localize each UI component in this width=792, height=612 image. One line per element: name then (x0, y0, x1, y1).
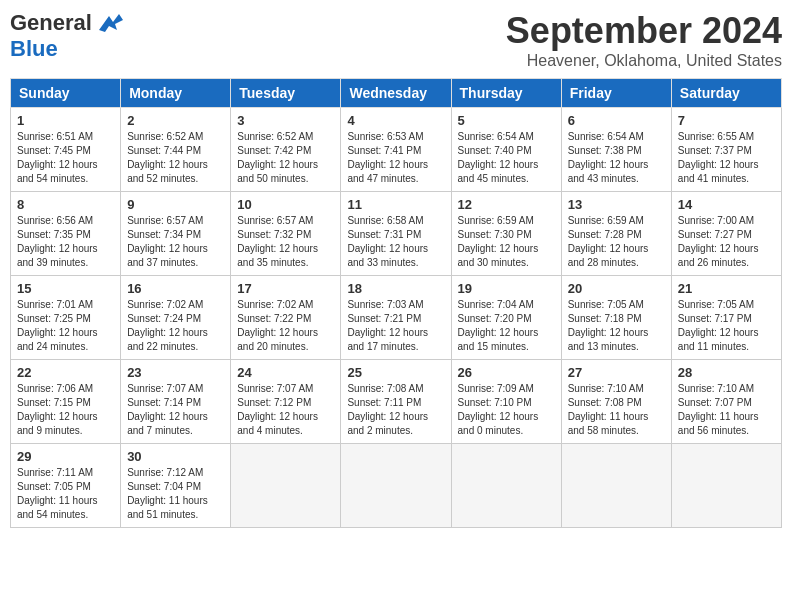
day-info: Sunrise: 6:59 AM Sunset: 7:28 PM Dayligh… (568, 214, 665, 270)
day-number: 22 (17, 365, 114, 380)
day-info: Sunrise: 7:01 AM Sunset: 7:25 PM Dayligh… (17, 298, 114, 354)
day-info: Sunrise: 7:00 AM Sunset: 7:27 PM Dayligh… (678, 214, 775, 270)
calendar-week-4: 22 Sunrise: 7:06 AM Sunset: 7:15 PM Dayl… (11, 360, 782, 444)
day-info: Sunrise: 7:03 AM Sunset: 7:21 PM Dayligh… (347, 298, 444, 354)
day-info: Sunrise: 6:52 AM Sunset: 7:42 PM Dayligh… (237, 130, 334, 186)
day-cell-30: 30 Sunrise: 7:12 AM Sunset: 7:04 PM Dayl… (121, 444, 231, 528)
day-cell-28: 28 Sunrise: 7:10 AM Sunset: 7:07 PM Dayl… (671, 360, 781, 444)
day-number: 20 (568, 281, 665, 296)
weekday-header-friday: Friday (561, 79, 671, 108)
weekday-header-tuesday: Tuesday (231, 79, 341, 108)
empty-cell (451, 444, 561, 528)
day-info: Sunrise: 7:05 AM Sunset: 7:18 PM Dayligh… (568, 298, 665, 354)
day-cell-16: 16 Sunrise: 7:02 AM Sunset: 7:24 PM Dayl… (121, 276, 231, 360)
weekday-header-wednesday: Wednesday (341, 79, 451, 108)
day-info: Sunrise: 7:11 AM Sunset: 7:05 PM Dayligh… (17, 466, 114, 522)
day-info: Sunrise: 7:07 AM Sunset: 7:12 PM Dayligh… (237, 382, 334, 438)
day-number: 10 (237, 197, 334, 212)
day-cell-29: 29 Sunrise: 7:11 AM Sunset: 7:05 PM Dayl… (11, 444, 121, 528)
calendar-week-5: 29 Sunrise: 7:11 AM Sunset: 7:05 PM Dayl… (11, 444, 782, 528)
logo: General Blue (10, 10, 123, 62)
day-cell-10: 10 Sunrise: 6:57 AM Sunset: 7:32 PM Dayl… (231, 192, 341, 276)
day-cell-5: 5 Sunrise: 6:54 AM Sunset: 7:40 PM Dayli… (451, 108, 561, 192)
month-title: September 2024 (506, 10, 782, 52)
day-cell-4: 4 Sunrise: 6:53 AM Sunset: 7:41 PM Dayli… (341, 108, 451, 192)
day-number: 30 (127, 449, 224, 464)
day-number: 7 (678, 113, 775, 128)
day-number: 5 (458, 113, 555, 128)
day-info: Sunrise: 6:54 AM Sunset: 7:38 PM Dayligh… (568, 130, 665, 186)
day-info: Sunrise: 6:53 AM Sunset: 7:41 PM Dayligh… (347, 130, 444, 186)
day-info: Sunrise: 6:57 AM Sunset: 7:32 PM Dayligh… (237, 214, 334, 270)
day-info: Sunrise: 6:57 AM Sunset: 7:34 PM Dayligh… (127, 214, 224, 270)
day-info: Sunrise: 7:12 AM Sunset: 7:04 PM Dayligh… (127, 466, 224, 522)
day-info: Sunrise: 6:56 AM Sunset: 7:35 PM Dayligh… (17, 214, 114, 270)
day-number: 11 (347, 197, 444, 212)
empty-cell (341, 444, 451, 528)
weekday-header-sunday: Sunday (11, 79, 121, 108)
day-cell-19: 19 Sunrise: 7:04 AM Sunset: 7:20 PM Dayl… (451, 276, 561, 360)
day-info: Sunrise: 7:09 AM Sunset: 7:10 PM Dayligh… (458, 382, 555, 438)
day-cell-26: 26 Sunrise: 7:09 AM Sunset: 7:10 PM Dayl… (451, 360, 561, 444)
day-cell-2: 2 Sunrise: 6:52 AM Sunset: 7:44 PM Dayli… (121, 108, 231, 192)
day-number: 3 (237, 113, 334, 128)
day-info: Sunrise: 7:04 AM Sunset: 7:20 PM Dayligh… (458, 298, 555, 354)
day-number: 14 (678, 197, 775, 212)
calendar-week-3: 15 Sunrise: 7:01 AM Sunset: 7:25 PM Dayl… (11, 276, 782, 360)
day-cell-8: 8 Sunrise: 6:56 AM Sunset: 7:35 PM Dayli… (11, 192, 121, 276)
svg-marker-0 (99, 14, 123, 32)
day-number: 24 (237, 365, 334, 380)
day-number: 12 (458, 197, 555, 212)
day-cell-14: 14 Sunrise: 7:00 AM Sunset: 7:27 PM Dayl… (671, 192, 781, 276)
logo-bird-icon (95, 12, 123, 34)
day-cell-21: 21 Sunrise: 7:05 AM Sunset: 7:17 PM Dayl… (671, 276, 781, 360)
empty-cell (561, 444, 671, 528)
day-cell-20: 20 Sunrise: 7:05 AM Sunset: 7:18 PM Dayl… (561, 276, 671, 360)
day-number: 9 (127, 197, 224, 212)
empty-cell (231, 444, 341, 528)
day-info: Sunrise: 7:05 AM Sunset: 7:17 PM Dayligh… (678, 298, 775, 354)
day-cell-9: 9 Sunrise: 6:57 AM Sunset: 7:34 PM Dayli… (121, 192, 231, 276)
day-info: Sunrise: 7:10 AM Sunset: 7:07 PM Dayligh… (678, 382, 775, 438)
day-number: 26 (458, 365, 555, 380)
day-info: Sunrise: 7:02 AM Sunset: 7:22 PM Dayligh… (237, 298, 334, 354)
day-info: Sunrise: 6:54 AM Sunset: 7:40 PM Dayligh… (458, 130, 555, 186)
day-number: 4 (347, 113, 444, 128)
day-cell-6: 6 Sunrise: 6:54 AM Sunset: 7:38 PM Dayli… (561, 108, 671, 192)
day-number: 2 (127, 113, 224, 128)
day-number: 6 (568, 113, 665, 128)
day-number: 19 (458, 281, 555, 296)
day-cell-22: 22 Sunrise: 7:06 AM Sunset: 7:15 PM Dayl… (11, 360, 121, 444)
day-info: Sunrise: 7:02 AM Sunset: 7:24 PM Dayligh… (127, 298, 224, 354)
day-cell-1: 1 Sunrise: 6:51 AM Sunset: 7:45 PM Dayli… (11, 108, 121, 192)
calendar-body: 1 Sunrise: 6:51 AM Sunset: 7:45 PM Dayli… (11, 108, 782, 528)
day-cell-18: 18 Sunrise: 7:03 AM Sunset: 7:21 PM Dayl… (341, 276, 451, 360)
day-number: 18 (347, 281, 444, 296)
day-number: 16 (127, 281, 224, 296)
weekday-header-saturday: Saturday (671, 79, 781, 108)
day-number: 8 (17, 197, 114, 212)
day-cell-7: 7 Sunrise: 6:55 AM Sunset: 7:37 PM Dayli… (671, 108, 781, 192)
calendar-week-1: 1 Sunrise: 6:51 AM Sunset: 7:45 PM Dayli… (11, 108, 782, 192)
day-cell-12: 12 Sunrise: 6:59 AM Sunset: 7:30 PM Dayl… (451, 192, 561, 276)
day-info: Sunrise: 7:08 AM Sunset: 7:11 PM Dayligh… (347, 382, 444, 438)
day-number: 1 (17, 113, 114, 128)
day-number: 28 (678, 365, 775, 380)
title-area: September 2024 Heavener, Oklahoma, Unite… (506, 10, 782, 70)
day-info: Sunrise: 7:06 AM Sunset: 7:15 PM Dayligh… (17, 382, 114, 438)
day-info: Sunrise: 7:10 AM Sunset: 7:08 PM Dayligh… (568, 382, 665, 438)
day-cell-11: 11 Sunrise: 6:58 AM Sunset: 7:31 PM Dayl… (341, 192, 451, 276)
day-cell-27: 27 Sunrise: 7:10 AM Sunset: 7:08 PM Dayl… (561, 360, 671, 444)
day-info: Sunrise: 6:59 AM Sunset: 7:30 PM Dayligh… (458, 214, 555, 270)
location-title: Heavener, Oklahoma, United States (506, 52, 782, 70)
day-number: 13 (568, 197, 665, 212)
logo-blue-text: Blue (10, 36, 58, 61)
weekday-header-thursday: Thursday (451, 79, 561, 108)
day-cell-24: 24 Sunrise: 7:07 AM Sunset: 7:12 PM Dayl… (231, 360, 341, 444)
day-cell-23: 23 Sunrise: 7:07 AM Sunset: 7:14 PM Dayl… (121, 360, 231, 444)
day-number: 17 (237, 281, 334, 296)
day-number: 27 (568, 365, 665, 380)
empty-cell (671, 444, 781, 528)
day-number: 15 (17, 281, 114, 296)
weekday-header-monday: Monday (121, 79, 231, 108)
